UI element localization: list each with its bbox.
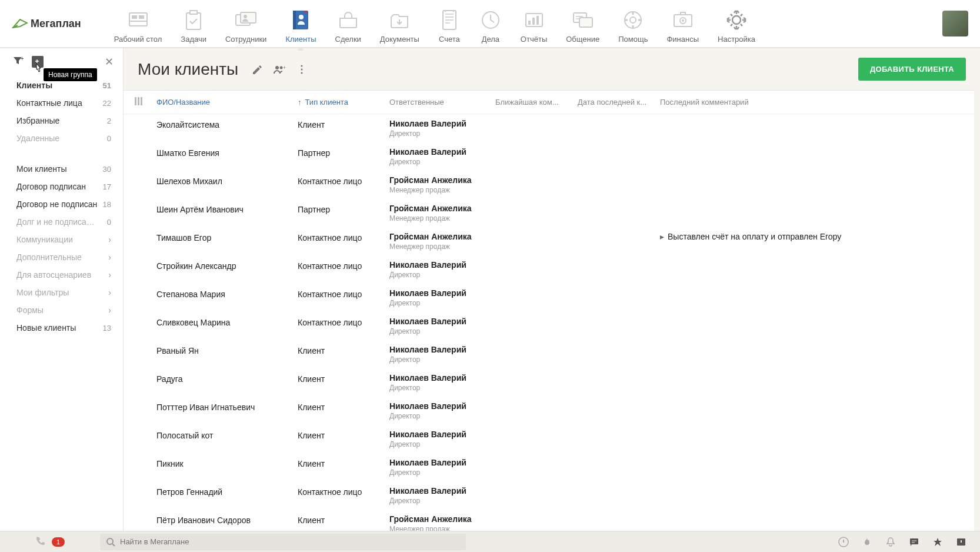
cell-name: Эколайтсистема bbox=[156, 119, 298, 129]
nav-label: Помощь bbox=[618, 35, 648, 44]
share-group-icon[interactable]: + bbox=[271, 61, 288, 78]
more-menu-icon[interactable] bbox=[294, 61, 310, 78]
sidebar-item[interactable]: Мои клиенты30 bbox=[0, 160, 123, 178]
cell-name: Шеин Артём Иванович bbox=[156, 204, 298, 214]
sidebar-item[interactable]: Коммуникации› bbox=[0, 231, 123, 248]
nav-label: Сотрудники bbox=[225, 35, 266, 44]
nav-счета[interactable]: Счета bbox=[429, 4, 470, 44]
nav-label: Отчёты bbox=[521, 35, 547, 44]
sidebar-item[interactable]: Дополнительные› bbox=[0, 248, 123, 266]
nav-icon bbox=[127, 9, 149, 31]
user-avatar[interactable] bbox=[942, 11, 968, 36]
th-last-date[interactable]: Дата последней к... bbox=[578, 98, 660, 107]
table-row[interactable]: Рваный ЯнКлиентНиколаев ВалерийДиректор bbox=[124, 340, 974, 368]
sidebar-item[interactable]: Избранные2 bbox=[0, 112, 123, 129]
add-group-icon[interactable] bbox=[32, 56, 44, 68]
main-content: Мои клиенты + ДОБАВИТЬ КЛИЕНТА ФИО/Назва… bbox=[124, 48, 980, 531]
nav-общение[interactable]: Общение bbox=[556, 4, 609, 44]
sidebar-item-count: 18 bbox=[103, 200, 111, 209]
filter-icon[interactable]: + bbox=[13, 56, 25, 68]
nav-документы[interactable]: Документы bbox=[371, 4, 429, 44]
table-row[interactable]: Полосатый котКлиентНиколаев ВалерийДирек… bbox=[124, 425, 974, 453]
table-row[interactable]: ЭколайтсистемаКлиентНиколаев ВалерийДире… bbox=[124, 114, 974, 142]
table-row[interactable]: Шматко ЕвгенияПартнерНиколаев ВалерийДир… bbox=[124, 142, 974, 171]
nav-рабочий стол[interactable]: Рабочий стол bbox=[105, 4, 172, 44]
sidebar-item[interactable]: Контактные лица22 bbox=[0, 94, 123, 112]
nav-задачи[interactable]: Задачи bbox=[171, 4, 216, 44]
close-sidebar-icon[interactable]: ✕ bbox=[105, 55, 114, 68]
th-responsible[interactable]: Ответственные bbox=[389, 98, 495, 107]
sidebar-item-label: Удаленные bbox=[16, 134, 59, 143]
nav-label: Сделки bbox=[335, 35, 361, 44]
cell-responsible: Гройсман АнжеликаМенеджер продаж bbox=[389, 232, 495, 251]
svg-point-21 bbox=[630, 17, 636, 23]
nav-финансы[interactable]: Финансы bbox=[657, 4, 708, 44]
edit-icon[interactable] bbox=[249, 61, 265, 78]
cell-type: Контактное лицо bbox=[298, 232, 389, 242]
table-row[interactable]: Тимашов ЕгорКонтактное лицоГройсман Анже… bbox=[124, 227, 974, 255]
nav-отчёты[interactable]: Отчёты bbox=[511, 4, 556, 44]
table-row[interactable]: РадугаКлиентНиколаев ВалерийДиректор bbox=[124, 368, 974, 397]
cell-type: Партнер bbox=[298, 204, 389, 214]
cell-last-comment: Выставлен счёт на оплату и отправлен Его… bbox=[668, 232, 841, 241]
add-client-button[interactable]: ДОБАВИТЬ КЛИЕНТА bbox=[858, 58, 966, 81]
th-name[interactable]: ФИО/Название bbox=[156, 98, 298, 107]
table-row[interactable]: Стройкин АлександрКонтактное лицоНиколае… bbox=[124, 255, 974, 284]
svg-rect-4 bbox=[190, 11, 197, 14]
sidebar-item[interactable]: Удаленные0 bbox=[0, 129, 123, 147]
table-row[interactable]: Петров ГеннадийКонтактное лицоНиколаев В… bbox=[124, 481, 974, 510]
cell-name: Шматко Евгения bbox=[156, 147, 298, 158]
nav-помощь[interactable]: Помощь bbox=[609, 4, 657, 44]
nav-клиенты[interactable]: Клиенты bbox=[276, 4, 325, 44]
sidebar-item[interactable]: Договор не подписан18 bbox=[0, 195, 123, 213]
svg-point-11 bbox=[305, 11, 307, 13]
sidebar-item-count: 30 bbox=[103, 165, 111, 174]
sidebar-item[interactable]: Договор подписан17 bbox=[0, 178, 123, 195]
columns-config-icon[interactable] bbox=[134, 97, 148, 108]
sidebar-item[interactable]: Для автосценариев› bbox=[0, 266, 123, 284]
cell-type: Клиент bbox=[298, 373, 389, 384]
nav-дела[interactable]: Дела bbox=[470, 4, 511, 44]
sidebar-item[interactable]: Новые клиенты13 bbox=[0, 319, 123, 337]
svg-rect-15 bbox=[528, 21, 531, 25]
sidebar-item-count: 17 bbox=[103, 182, 111, 191]
table-row[interactable]: Сливковец МаринаКонтактное лицоНиколаев … bbox=[124, 312, 974, 340]
nav-сотрудники[interactable]: Сотрудники bbox=[216, 4, 276, 44]
table-row[interactable]: Потттер Иван ИгнатьевичКлиентНиколаев Ва… bbox=[124, 397, 974, 425]
cell-name: Стройкин Александр bbox=[156, 260, 298, 271]
nav-сделки[interactable]: Сделки bbox=[326, 4, 371, 44]
cell-type: Партнер bbox=[298, 147, 389, 158]
nav-label: Общение bbox=[566, 35, 599, 44]
table-row[interactable]: Степанова МарияКонтактное лицоНиколаев В… bbox=[124, 284, 974, 312]
svg-point-7 bbox=[244, 15, 247, 18]
sidebar-item[interactable]: Мои фильтры› bbox=[0, 284, 123, 301]
table-row[interactable]: Шелехов МихаилКонтактное лицоГройсман Ан… bbox=[124, 171, 974, 199]
sidebar-item[interactable]: Долг и не подписан до...0 bbox=[0, 213, 123, 231]
svg-rect-0 bbox=[129, 13, 147, 26]
sidebar-item-count: 22 bbox=[103, 99, 111, 108]
th-next-comm[interactable]: Ближайшая ком... bbox=[495, 98, 578, 107]
table-row[interactable]: ПикникКлиентНиколаев ВалерийДиректор bbox=[124, 453, 974, 481]
table-row[interactable]: Пётр Иванович СидоровКлиентГройсман Анже… bbox=[124, 510, 974, 531]
cell-responsible: Николаев ВалерийДиректор bbox=[389, 486, 495, 505]
cell-type: Клиент bbox=[298, 514, 389, 525]
nav-label: Рабочий стол bbox=[114, 35, 162, 44]
table-row[interactable]: Шеин Артём ИвановичПартнерГройсман Анжел… bbox=[124, 199, 974, 227]
sidebar-item-label: Коммуникации bbox=[16, 235, 73, 244]
nav-label: Настройка bbox=[718, 35, 755, 44]
th-last-comment[interactable]: Последний комментарий bbox=[660, 98, 974, 107]
nav-label: Дела bbox=[482, 35, 499, 44]
svg-rect-9 bbox=[293, 11, 296, 29]
sidebar-item-label: Договор не подписан bbox=[16, 199, 97, 209]
sidebar-item[interactable]: Формы› bbox=[0, 301, 123, 319]
nav-настройка[interactable]: Настройка bbox=[708, 4, 765, 44]
cell-type: Контактное лицо bbox=[298, 486, 389, 497]
logo[interactable]: Мегаплан bbox=[12, 17, 81, 30]
cell-type: Клиент bbox=[298, 430, 389, 440]
nav-icon bbox=[438, 9, 461, 31]
th-type[interactable]: ↑Тип клиента bbox=[298, 98, 389, 107]
cell-type: Контактное лицо bbox=[298, 175, 389, 186]
cell-type: Клиент bbox=[298, 119, 389, 129]
cell-name: Радуга bbox=[156, 373, 298, 384]
cell-name: Пикник bbox=[156, 458, 298, 468]
